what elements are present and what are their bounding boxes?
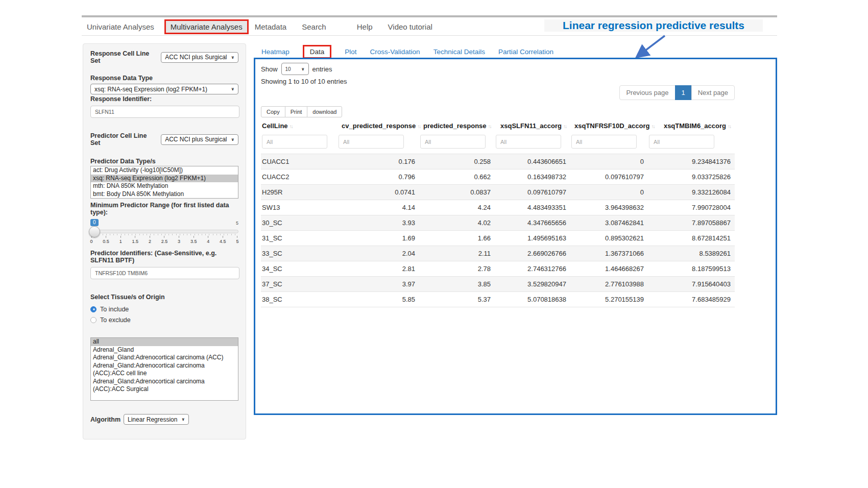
list-option-adrenal-gland-adrenocortical-carcinoma-a[interactable]: Adrenal_Gland:Adrenocortical carcinoma (… xyxy=(91,362,238,378)
slider-handle[interactable] xyxy=(89,226,100,237)
tab-plot[interactable]: Plot xyxy=(345,48,356,56)
tissue-include-option[interactable]: To include xyxy=(90,304,238,314)
tab-cross-validation[interactable]: Cross-Validation xyxy=(370,48,420,56)
next-page-button[interactable]: Next page xyxy=(691,85,735,100)
list-option-act-drug-activity-log10-ic50m[interactable]: act: Drug Activity (-log10[IC50M]) xyxy=(91,166,238,175)
value-cell: 4.347665656 xyxy=(495,215,570,231)
column-filter-input-xsqtmbim6-accorg[interactable] xyxy=(649,135,714,149)
tab-partial-correlation[interactable]: Partial Correlation xyxy=(498,48,553,56)
include-radio-label: To include xyxy=(100,306,129,313)
value-cell: 0.895302621 xyxy=(570,231,648,246)
column-filter-input-predicted-response[interactable] xyxy=(420,135,486,149)
value-cell: 0.258 xyxy=(419,154,495,169)
predictor-identifiers-input[interactable] xyxy=(90,267,239,279)
value-cell: 2.04 xyxy=(337,246,419,261)
predictor-cell-line-set-select[interactable]: ACC NCI plus Surgical ∨ xyxy=(161,134,238,145)
table-row: 30_SC3.934.024.3476656563.0874628417.897… xyxy=(261,215,735,231)
nav-item-video-tutorial[interactable]: Video tutorial xyxy=(383,20,438,33)
tissue-origin-label: Select Tissue/s of Origin xyxy=(90,294,238,301)
column-filter-input-cv-predicted-response[interactable] xyxy=(339,135,404,149)
tab-heatmap[interactable]: Heatmap xyxy=(261,48,290,56)
list-option-mth-dna-850k-methylation[interactable]: mth: DNA 850K Methylation xyxy=(91,182,238,190)
chevron-down-icon: ∨ xyxy=(181,417,185,422)
column-header-predicted-response[interactable]: predicted_response↑↓ xyxy=(419,119,495,133)
list-option-all[interactable]: all xyxy=(91,338,238,346)
sort-icon[interactable]: ↑↓ xyxy=(290,124,293,129)
cellline-cell: CUACC1 xyxy=(261,154,337,169)
list-option-adrenal-gland-adrenocortical-carcinoma-a[interactable]: Adrenal_Gland:Adrenocortical carcinoma (… xyxy=(91,354,238,362)
response-cell-line-set-select[interactable]: ACC NCI plus Surgical ∨ xyxy=(161,52,238,63)
table-row: 37_SC3.973.853.5298209472.7761039887.915… xyxy=(261,277,735,292)
value-cell: 5.270155139 xyxy=(570,292,648,307)
tissue-exclude-option[interactable]: To exclude xyxy=(90,314,238,325)
value-cell: 0.176 xyxy=(337,154,419,169)
sort-icon[interactable]: ↑↓ xyxy=(728,124,731,129)
sort-icon[interactable]: ↑↓ xyxy=(488,124,491,129)
sort-icon[interactable]: ↑↓ xyxy=(651,124,654,129)
entries-per-page-value: 10 xyxy=(285,66,291,72)
tab-technical-details[interactable]: Technical Details xyxy=(433,48,485,56)
predictor-cell-line-set-value: ACC NCI plus Surgical xyxy=(165,136,227,143)
value-cell: 3.93 xyxy=(337,215,419,231)
response-identifier-input[interactable] xyxy=(90,106,239,118)
nav-item-metadata[interactable]: Metadata xyxy=(250,20,292,33)
export-copy-button[interactable]: Copy xyxy=(261,106,285,117)
column-header-xsqslfn11-accorg[interactable]: xsqSLFN11_accorg↑↓ xyxy=(495,119,570,133)
nav-item-help[interactable]: Help xyxy=(352,20,378,33)
tissue-list[interactable]: allAdrenal_GlandAdrenal_Gland:Adrenocort… xyxy=(90,337,238,401)
response-data-type-select[interactable]: xsq: RNA-seq Expression (log2 FPKM+1) ∨ xyxy=(90,84,238,94)
value-cell: 4.24 xyxy=(419,200,495,215)
cellline-cell: 34_SC xyxy=(261,261,337,277)
value-cell: 0.443606651 xyxy=(495,154,570,169)
list-option-adrenal-gland-adrenocortical-carcinoma-a[interactable]: Adrenal_Gland:Adrenocortical carcinoma (… xyxy=(91,378,238,394)
predictor-data-type-list[interactable]: act: Drug Activity (-log10[IC50M])xsq: R… xyxy=(90,166,238,199)
column-header-xsqtmbim6-accorg[interactable]: xsqTMBIM6_accorg↑↓ xyxy=(648,119,735,133)
entries-per-page-select[interactable]: 10 ∨ xyxy=(281,63,309,75)
sort-icon[interactable]: ↑↓ xyxy=(417,124,420,129)
nav-item-search[interactable]: Search xyxy=(297,20,331,33)
cellline-cell: 37_SC xyxy=(261,277,337,292)
value-cell: 8.5389261 xyxy=(648,246,735,261)
sidebar-controls-panel: Response Cell Line Set ACC NCI plus Surg… xyxy=(83,43,246,440)
entries-label: entries xyxy=(312,65,332,73)
chevron-down-icon: ∨ xyxy=(231,137,235,142)
cellline-cell: SW13 xyxy=(261,200,337,215)
nav-item-univariate-analyses[interactable]: Univariate Analyses xyxy=(82,20,159,33)
column-filter-input-cellline[interactable] xyxy=(262,135,327,149)
export-download-button[interactable]: download xyxy=(307,106,342,117)
current-page-button[interactable]: 1 xyxy=(675,85,692,100)
value-cell: 3.97 xyxy=(337,277,419,292)
list-option-bmt-body-dna-850k-methylation[interactable]: bmt: Body DNA 850K Methylation xyxy=(91,190,238,199)
annotation-text: Linear regression predictive results xyxy=(544,19,763,32)
exclude-radio[interactable] xyxy=(90,317,97,323)
tab-data[interactable]: Data xyxy=(303,45,332,59)
value-cell: 8.672814251 xyxy=(648,231,735,246)
table-row: 38_SC5.855.375.0708186385.2701551397.683… xyxy=(261,292,735,307)
include-radio[interactable] xyxy=(90,306,97,312)
value-cell: 3.964398632 xyxy=(570,200,648,215)
column-filter-input-xsqtnfrsf10d-accorg[interactable] xyxy=(571,135,637,149)
nav-item-multivariate-analyses[interactable]: Multivariate Analyses xyxy=(164,19,249,34)
column-header-xsqtnfrsf10d-accorg[interactable]: xsqTNFRSF10D_accorg↑↓ xyxy=(570,119,648,133)
response-identifier-label: Response Identifier: xyxy=(90,95,238,103)
min-predictor-range-slider[interactable]: 0 5 00.511.522.533.544.55 xyxy=(90,219,238,246)
column-filter-input-xsqslfn11-accorg[interactable] xyxy=(496,135,561,149)
table-row: 33_SC2.042.112.6690267661.3673710668.538… xyxy=(261,246,735,261)
value-cell: 0.0741 xyxy=(337,185,419,200)
slider-track[interactable] xyxy=(90,230,238,233)
previous-page-button[interactable]: Previous page xyxy=(619,85,675,100)
pagination: Previous page 1 Next page xyxy=(619,85,735,100)
sort-icon[interactable]: ↑↓ xyxy=(563,124,566,129)
algorithm-select[interactable]: Linear Regression ∨ xyxy=(124,414,189,425)
value-cell: 7.990728004 xyxy=(648,200,735,215)
column-header-cv-predicted-response[interactable]: cv_predicted_response↑↓ xyxy=(337,119,419,133)
list-option-adrenal-gland[interactable]: Adrenal_Gland xyxy=(91,346,238,354)
min-predictor-range-label: Minimum Predictor Range (for first liste… xyxy=(90,202,238,216)
predictor-identifiers-label: Predictor Identifiers: (Case-Sensitive, … xyxy=(90,250,238,264)
column-header-cellline[interactable]: CellLine↑↓ xyxy=(261,119,337,133)
slider-ticks: 00.511.522.533.544.55 xyxy=(91,236,237,244)
annotation-arrow-icon xyxy=(631,34,670,61)
list-option-xsq-rna-seq-expression-log2-fpkm-1[interactable]: xsq: RNA-seq Expression (log2 FPKM+1) xyxy=(91,175,238,183)
export-print-button[interactable]: Print xyxy=(285,106,308,117)
cellline-cell: H295R xyxy=(261,185,337,200)
